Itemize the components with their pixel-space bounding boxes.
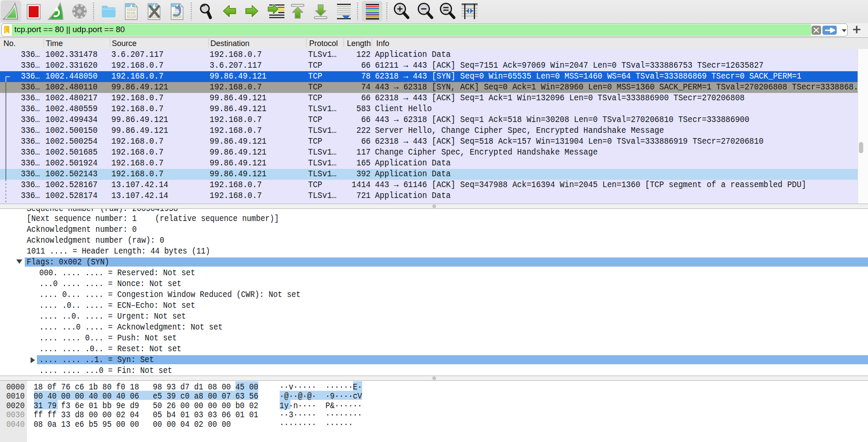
svg-text:01110: 01110 xyxy=(127,15,136,19)
